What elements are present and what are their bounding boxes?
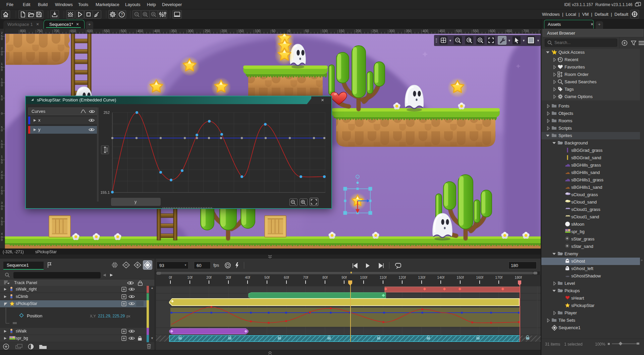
svg-text:400: 400: [154, 29, 160, 33]
svg-text:100: 100: [322, 29, 328, 33]
svg-text:300: 300: [188, 29, 194, 33]
svg-text:50: 50: [305, 29, 309, 33]
svg-text:0: 0: [1, 37, 3, 41]
svg-text:50: 50: [272, 29, 276, 33]
svg-text:170f: 170f: [495, 275, 502, 279]
svg-text:155.1: 155.1: [100, 190, 110, 194]
svg-text:150: 150: [238, 29, 244, 33]
svg-text:2: 2: [1, 186, 3, 189]
svg-text:0: 0: [1, 84, 3, 87]
svg-text:2: 2: [1, 47, 3, 50]
svg-text:140f: 140f: [437, 275, 444, 279]
svg-text:30f: 30f: [226, 275, 231, 279]
svg-text:0: 0: [1, 112, 3, 115]
svg-text:70f: 70f: [303, 275, 308, 279]
svg-text:120f: 120f: [398, 275, 406, 279]
svg-text:20f: 20f: [206, 275, 212, 279]
svg-text:0: 0: [1, 53, 3, 56]
svg-text:50f: 50f: [264, 275, 270, 279]
svg-text:4: 4: [1, 232, 3, 235]
svg-text:0: 0: [1, 176, 3, 180]
svg-text:650: 650: [70, 29, 76, 33]
svg-text:0: 0: [1, 68, 3, 72]
svg-text:200: 200: [356, 29, 361, 33]
svg-text:250: 250: [205, 29, 210, 33]
svg-text:350: 350: [406, 29, 412, 33]
svg-text:3: 3: [1, 201, 3, 205]
svg-text:100f: 100f: [360, 275, 367, 279]
svg-text:0: 0: [1, 192, 3, 195]
svg-text:0: 0: [288, 29, 290, 33]
svg-text:180f: 180f: [515, 275, 522, 279]
svg-text:700: 700: [54, 29, 59, 33]
svg-text:0: 0: [1, 161, 3, 164]
svg-text:500: 500: [456, 29, 462, 33]
svg-text:600: 600: [87, 29, 93, 33]
svg-text:450: 450: [439, 29, 445, 33]
svg-text:450: 450: [138, 29, 143, 33]
svg-text:800: 800: [20, 29, 26, 33]
svg-text:300: 300: [389, 29, 395, 33]
svg-text:40f: 40f: [245, 275, 250, 279]
svg-text:3: 3: [1, 217, 3, 220]
svg-text:1: 1: [1, 139, 3, 143]
svg-text:750: 750: [37, 29, 43, 33]
svg-text:700: 700: [523, 29, 529, 33]
svg-text:90f: 90f: [341, 275, 347, 279]
svg-text:650: 650: [506, 29, 512, 33]
svg-text:160f: 160f: [476, 275, 483, 279]
svg-text:0: 0: [1, 129, 3, 132]
svg-text:80f: 80f: [322, 275, 328, 279]
svg-text:600: 600: [490, 29, 495, 33]
svg-text:252: 252: [104, 110, 110, 115]
svg-text:130f: 130f: [418, 275, 425, 279]
svg-text:100: 100: [255, 29, 261, 33]
svg-text:500: 500: [121, 29, 126, 33]
svg-text:110f: 110f: [380, 275, 387, 279]
svg-text:250: 250: [372, 29, 378, 33]
svg-text:0: 0: [1, 223, 3, 226]
svg-text:0: 0: [1, 207, 3, 211]
svg-text:0: 0: [1, 238, 3, 241]
svg-text:1: 1: [1, 62, 3, 65]
svg-text:10f: 10f: [187, 275, 193, 279]
svg-text:1: 1: [1, 155, 3, 158]
svg-text:200: 200: [221, 29, 227, 33]
svg-text:1: 1: [1, 78, 3, 81]
svg-text:?: ?: [121, 12, 123, 16]
svg-text:0: 0: [1, 145, 3, 149]
svg-text:2: 2: [1, 31, 3, 35]
svg-text:60f: 60f: [284, 275, 289, 279]
svg-text:400: 400: [423, 29, 428, 33]
svg-text:550: 550: [473, 29, 479, 33]
svg-text:550: 550: [104, 29, 110, 33]
svg-text:350: 350: [171, 29, 177, 33]
svg-text:150f: 150f: [457, 275, 464, 279]
svg-text:150: 150: [339, 29, 344, 33]
svg-text:0: 0: [1, 98, 3, 101]
svg-text:0f: 0f: [169, 275, 172, 279]
svg-text:2: 2: [1, 170, 3, 174]
